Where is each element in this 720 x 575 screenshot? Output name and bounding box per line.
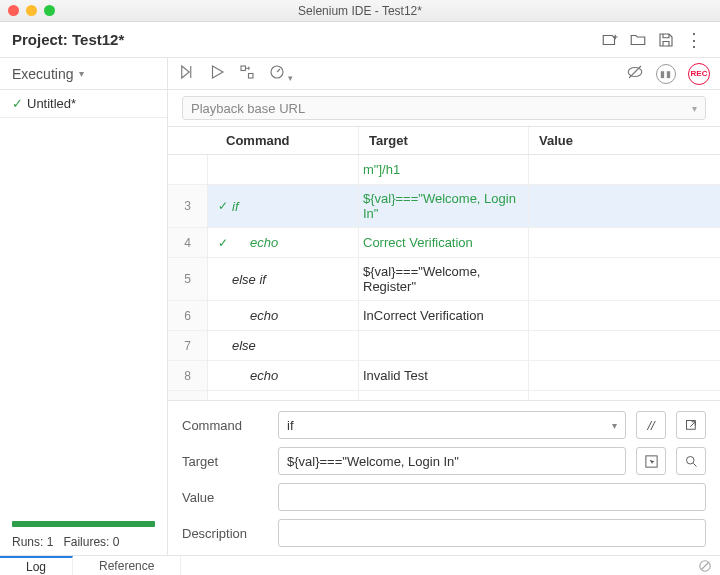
- save-project-button[interactable]: [652, 26, 680, 54]
- run-button[interactable]: [208, 63, 226, 84]
- row-number: 3: [168, 185, 208, 227]
- new-project-button[interactable]: [596, 26, 624, 54]
- chevron-down-icon: ▾: [79, 68, 84, 79]
- row-value: [528, 391, 720, 400]
- row-command: echo: [208, 301, 358, 330]
- titlebar: Selenium IDE - Test12*: [0, 0, 720, 22]
- command-grid[interactable]: m"]/h13✓if${val}==="Welcome, Login In"4✓…: [168, 155, 720, 400]
- sidebar-mode-label: Executing: [12, 66, 73, 82]
- row-target: Invalid Test: [358, 361, 528, 390]
- editor-command-input[interactable]: if: [278, 411, 626, 439]
- pause-button[interactable]: ▮▮: [656, 64, 676, 84]
- command-editor: Command if // Target ${val}==="Welcome, …: [168, 400, 720, 555]
- editor-select-target-button[interactable]: [636, 447, 666, 475]
- row-command: ✓end: [208, 391, 358, 400]
- record-button[interactable]: REC: [688, 63, 710, 85]
- kebab-icon: ⋮: [685, 31, 703, 49]
- tab-reference[interactable]: Reference: [73, 556, 181, 575]
- run-all-button[interactable]: [178, 63, 196, 84]
- test-list-item[interactable]: ✓Untitled*: [0, 90, 167, 118]
- header-target: Target: [358, 127, 528, 154]
- window-controls: [8, 5, 55, 16]
- test-name: Untitled*: [27, 96, 76, 111]
- command-row[interactable]: 7else: [168, 331, 720, 361]
- svg-point-6: [686, 456, 694, 464]
- check-icon: ✓: [12, 96, 23, 111]
- url-row: Playback base URL ▾: [168, 90, 720, 127]
- editor-find-target-button[interactable]: [676, 447, 706, 475]
- row-target: [358, 331, 528, 360]
- command-row[interactable]: 5else if${val}==="Welcome, Register": [168, 258, 720, 301]
- close-window-icon[interactable]: [8, 5, 19, 16]
- editor-toggle-comment-button[interactable]: //: [636, 411, 666, 439]
- row-target: InCorrect Verification: [358, 301, 528, 330]
- editor-open-reference-button[interactable]: [676, 411, 706, 439]
- window-title: Selenium IDE - Test12*: [0, 4, 720, 18]
- minimize-window-icon[interactable]: [26, 5, 37, 16]
- row-number: 8: [168, 361, 208, 390]
- row-value: [528, 258, 720, 300]
- header-value: Value: [528, 127, 720, 154]
- command-row[interactable]: m"]/h1: [168, 155, 720, 185]
- row-command: ✓echo: [208, 228, 358, 257]
- open-project-button[interactable]: [624, 26, 652, 54]
- editor-target-input[interactable]: ${val}==="Welcome, Login In": [278, 447, 626, 475]
- row-value: [528, 331, 720, 360]
- row-number: [168, 155, 208, 184]
- editor-target-label: Target: [182, 454, 268, 469]
- svg-rect-1: [249, 74, 254, 79]
- row-command: [208, 155, 358, 184]
- sidebar: Executing ▾ ✓Untitled* Runs: 1 Failures:…: [0, 58, 168, 555]
- row-number: 9: [168, 391, 208, 400]
- row-target: ${val}==="Welcome, Login In": [358, 185, 528, 227]
- row-value: [528, 361, 720, 390]
- zoom-window-icon[interactable]: [44, 5, 55, 16]
- command-row[interactable]: 6echoInCorrect Verification: [168, 301, 720, 331]
- row-number: 5: [168, 258, 208, 300]
- row-target: [358, 391, 528, 400]
- content-area: ▾ ▮▮ REC Playback base URL ▾ Command Tar…: [168, 58, 720, 555]
- row-number: 4: [168, 228, 208, 257]
- more-menu-button[interactable]: ⋮: [680, 26, 708, 54]
- row-value: [528, 301, 720, 330]
- editor-value-input[interactable]: [278, 483, 706, 511]
- row-target: Correct Verification: [358, 228, 528, 257]
- row-target: ${val}==="Welcome, Register": [358, 258, 528, 300]
- row-value: [528, 155, 720, 184]
- editor-description-input[interactable]: [278, 519, 706, 547]
- row-value: [528, 185, 720, 227]
- check-icon: ✓: [218, 199, 228, 213]
- check-icon: ✓: [218, 236, 228, 250]
- row-value: [528, 228, 720, 257]
- svg-rect-0: [241, 66, 246, 71]
- run-toolbar: ▾ ▮▮ REC: [168, 58, 720, 90]
- speed-button[interactable]: ▾: [268, 63, 293, 84]
- row-command: else if: [208, 258, 358, 300]
- row-command: else: [208, 331, 358, 360]
- row-number: 6: [168, 301, 208, 330]
- row-number: 7: [168, 331, 208, 360]
- main-area: Executing ▾ ✓Untitled* Runs: 1 Failures:…: [0, 58, 720, 555]
- step-button[interactable]: [238, 63, 256, 84]
- editor-value-label: Value: [182, 490, 268, 505]
- clear-log-button[interactable]: [690, 556, 720, 575]
- base-url-placeholder: Playback base URL: [191, 101, 305, 116]
- project-label: Project: Test12*: [12, 31, 124, 48]
- base-url-input[interactable]: Playback base URL ▾: [182, 96, 706, 120]
- project-bar: Project: Test12* ⋮: [0, 22, 720, 58]
- editor-description-label: Description: [182, 526, 268, 541]
- command-row[interactable]: 8echoInvalid Test: [168, 361, 720, 391]
- command-row[interactable]: 4✓echoCorrect Verification: [168, 228, 720, 258]
- command-row[interactable]: 3✓if${val}==="Welcome, Login In": [168, 185, 720, 228]
- tab-log[interactable]: Log: [0, 556, 73, 575]
- bottom-tabs: Log Reference: [0, 555, 720, 575]
- editor-command-label: Command: [182, 418, 268, 433]
- command-row[interactable]: 9✓end: [168, 391, 720, 400]
- run-stats: Runs: 1 Failures: 0: [0, 527, 167, 555]
- row-command: ✓if: [208, 185, 358, 227]
- disable-breakpoints-button[interactable]: [626, 63, 644, 84]
- header-command: Command: [208, 127, 358, 154]
- row-target: m"]/h1: [358, 155, 528, 184]
- sidebar-mode-select[interactable]: Executing ▾: [0, 58, 167, 90]
- chevron-down-icon: ▾: [692, 103, 697, 114]
